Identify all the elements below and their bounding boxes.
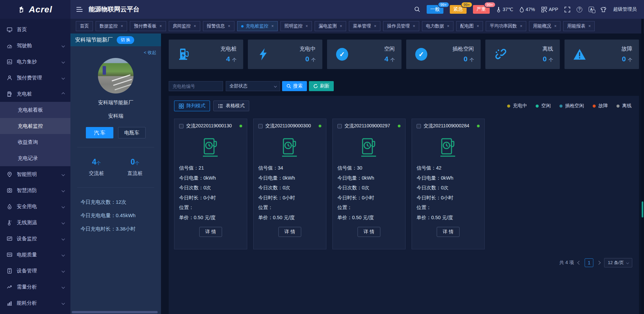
tab-data-monitor[interactable]: 数据监控× [96, 21, 127, 31]
tab-operator-manage[interactable]: 操作员管理× [383, 21, 419, 31]
sidebar-item-smart-lighting[interactable]: 智能照明 [0, 166, 70, 182]
tab-menu-manage[interactable]: 菜单管理× [349, 21, 380, 31]
close-icon[interactable]: × [160, 24, 162, 28]
waveform-icon [7, 252, 12, 258]
next-page-icon[interactable] [597, 261, 601, 264]
sidebar-item-charging-pile[interactable]: 充电桩 [0, 86, 70, 102]
sidebar-item-prepaid[interactable]: 预付费管理 [0, 70, 70, 86]
sidebar-item-power-quality[interactable]: 电能质量 [0, 247, 70, 263]
tab-charger-monitor[interactable]: 充电桩监控× [237, 21, 278, 31]
close-icon[interactable]: × [194, 24, 196, 28]
switch-site-button[interactable]: 切 换 [117, 36, 134, 44]
sidebar-label: 充电记录 [18, 155, 38, 162]
panel-collapse-link[interactable]: < 收起 [70, 46, 161, 56]
tab-energy-overview[interactable]: 用能概况× [529, 21, 560, 31]
sidebar-item-charge-records[interactable]: 充电记录 [0, 150, 70, 166]
legend-dot [536, 105, 539, 108]
close-icon[interactable]: × [121, 24, 123, 28]
vehicle-tab-ebike[interactable]: 电瓶车 [118, 127, 146, 138]
status-select[interactable]: 全部状态 [226, 81, 280, 91]
alert-badge-urgent[interactable]: 紧急 99+ [450, 5, 467, 14]
help-icon[interactable]: ? [577, 7, 582, 12]
device-list-panel: 阵列模式 表格模式 充电中 空闲 插枪空闲 故障 离线 [169, 96, 639, 314]
refresh-icon [313, 84, 318, 88]
refresh-button[interactable]: 刷新 [309, 81, 334, 91]
theme-shirt-icon[interactable] [600, 7, 607, 12]
sidebar-item-charger-board[interactable]: 充电桩看板 [0, 102, 70, 118]
tab-alarm-info[interactable]: 报警信息× [203, 21, 234, 31]
vertical-scrollbar-track[interactable] [641, 19, 644, 314]
tab-prepaid-board[interactable]: 预付费看板× [130, 21, 166, 31]
device-card[interactable]: 交流20220119000130 信号值：21 今日电量：0kWh 今日次数：0… [174, 119, 247, 249]
sidebar-item-charger-monitor[interactable]: 充电桩监控 [0, 118, 70, 134]
tab-energy-report[interactable]: 用能报表× [563, 21, 595, 31]
close-icon[interactable]: × [374, 24, 376, 28]
menu-collapse-icon[interactable] [76, 7, 83, 12]
weather-humidity: 47% [520, 7, 535, 12]
vehicle-tab-car[interactable]: 汽 车 [86, 127, 113, 138]
tab-label: 预付费看板 [134, 23, 157, 29]
close-icon[interactable]: × [228, 24, 230, 28]
device-card[interactable]: 交流20211009000297 信号值：30 今日电量：0kWh 今日次数：0… [332, 119, 406, 249]
device-detail-button[interactable]: 详 情 [278, 227, 301, 237]
close-icon[interactable]: × [413, 24, 415, 28]
fullscreen-icon[interactable] [565, 7, 570, 12]
sidebar-item-wireless-temp[interactable]: 无线测温 [0, 214, 70, 231]
search-icon[interactable] [414, 6, 420, 12]
vertical-scrollbar-thumb[interactable] [642, 201, 643, 217]
sidebar-item-power-collection[interactable]: 电力集抄 [0, 54, 70, 70]
charging-station-icon [177, 47, 191, 61]
sidebar-item-cockpit[interactable]: 驾驶舱 [0, 38, 70, 54]
close-icon[interactable]: × [477, 24, 479, 28]
device-card[interactable]: 交流20211009000300 信号值：34 今日电量：0kWh 今日次数：0… [253, 119, 326, 249]
device-detail-button[interactable]: 详 情 [437, 227, 460, 237]
sidebar-item-home[interactable]: 首页 [0, 21, 70, 38]
horizontal-scrollbar[interactable] [72, 311, 158, 313]
device-checkbox[interactable] [258, 124, 263, 128]
tab-avg-power-factor[interactable]: 平均功率因数× [486, 21, 526, 31]
summary-card-offline: 离线 0个 [485, 40, 560, 69]
app-qr[interactable]: APP [541, 7, 558, 12]
page-size-select[interactable]: 12 条/页 [604, 258, 632, 267]
search-button[interactable]: 搜索 [282, 81, 307, 91]
device-checkbox[interactable] [337, 124, 342, 128]
sidebar-item-demand-analysis[interactable]: 需量分析 [0, 279, 70, 295]
close-icon[interactable]: × [588, 24, 591, 28]
language-icon[interactable]: A [589, 7, 594, 12]
grid-mode-button[interactable]: 阵列模式 [174, 101, 210, 111]
close-icon[interactable]: × [520, 24, 522, 28]
unit-label: 个 [549, 57, 553, 62]
tab-leakage-monitor[interactable]: 漏电监测× [315, 21, 346, 31]
page-number[interactable]: 1 [585, 258, 593, 267]
close-icon[interactable]: × [271, 24, 274, 28]
close-icon[interactable]: × [554, 24, 556, 28]
gun-number-input[interactable] [169, 81, 223, 91]
device-monitor-icon [7, 236, 12, 242]
tab-room-monitor[interactable]: 房间监控× [169, 21, 200, 31]
sidebar-item-safe-power[interactable]: 安全用电 [0, 198, 70, 214]
weather-temperature: 37℃ [496, 7, 513, 12]
alert-badge-critical[interactable]: 严重 99+ [473, 5, 490, 14]
tab-home[interactable]: 首页 [76, 21, 93, 31]
current-user[interactable]: 超级管理员 [613, 6, 637, 12]
sidebar-item-device-manage[interactable]: 设备管理 [0, 263, 70, 279]
sidebar-item-smart-fire[interactable]: 智慧消防 [0, 182, 70, 198]
sidebar-item-revenue-query[interactable]: 收益查询 [0, 134, 70, 150]
alert-badge-normal[interactable]: 一般 99+ [427, 5, 443, 14]
device-checkbox[interactable] [179, 124, 183, 128]
table-mode-button[interactable]: 表格模式 [213, 101, 249, 111]
tab-power-data[interactable]: 电力数据× [422, 21, 453, 31]
close-icon[interactable]: × [447, 24, 449, 28]
sidebar-item-energy-analysis[interactable]: 能耗分析 [0, 295, 70, 311]
device-card[interactable]: 交流20211009000284 信号值：42 今日电量：0kWh 今日次数：0… [412, 119, 485, 249]
device-detail-button[interactable]: 详 情 [199, 227, 222, 237]
prev-page-icon[interactable] [578, 261, 581, 264]
close-icon[interactable]: × [340, 24, 342, 28]
tab-lighting-monitor[interactable]: 照明监控× [280, 21, 312, 31]
tab-distribution-diagram[interactable]: 配电图× [456, 21, 483, 31]
close-icon[interactable]: × [306, 24, 308, 28]
device-checkbox[interactable] [417, 124, 421, 128]
sidebar-item-device-monitor[interactable]: 设备监控 [0, 231, 70, 247]
device-name: 交流20211009000297 [344, 123, 390, 129]
device-detail-button[interactable]: 详 情 [358, 227, 380, 237]
